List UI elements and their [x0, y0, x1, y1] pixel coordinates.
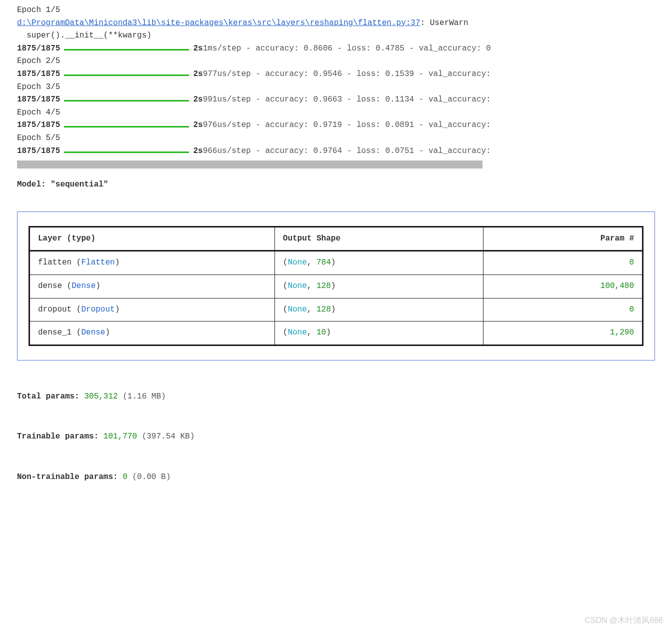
layer-cell: dense_1 (Dense): [30, 322, 275, 346]
epoch-4-label: Epoch 4/5: [17, 106, 655, 120]
layer-cell: dropout (Dropout): [30, 298, 275, 322]
model-title: Model: "sequential": [17, 178, 655, 192]
epoch-2-progress: 1875/1875 2s 977us/step - accuracy: 0.95…: [17, 68, 655, 81]
output-container: Epoch 1/5 d:\ProgramData\Miniconda3\lib\…: [0, 0, 672, 488]
epoch-2-label: Epoch 2/5: [17, 55, 655, 68]
model-summary-table-wrapper: Layer (type) Output Shape Param # flatte…: [17, 212, 655, 360]
progress-bar: [64, 152, 189, 153]
epoch-1-metrics: 1ms/step - accuracy: 0.8606 - loss: 0.47…: [203, 42, 491, 56]
progress-bar: [64, 74, 189, 76]
epoch-4-progress: 1875/1875 2s 976us/step - accuracy: 0.97…: [17, 119, 655, 132]
warning-path-link[interactable]: d:\ProgramData\Miniconda3\lib\site-packa…: [17, 18, 420, 28]
model-summary-table: Layer (type) Output Shape Param # flatte…: [28, 226, 644, 346]
elapsed-time: 2s: [193, 119, 202, 132]
layer-cell: flatten (Flatten): [30, 251, 275, 275]
steps-count: 1875/1875: [17, 94, 60, 106]
total-params-row: Total params: 305,312 (1.16 MB): [17, 390, 655, 404]
header-shape: Output Shape: [274, 226, 483, 251]
table-row: dropout (Dropout) (None, 128) 0: [30, 298, 643, 322]
warning-line: d:\ProgramData\Miniconda3\lib\site-packa…: [17, 17, 655, 30]
table-row: dense (Dense) (None, 128) 100,480: [30, 274, 643, 298]
shape-cell: (None, 128): [274, 274, 483, 298]
steps-count: 1875/1875: [17, 145, 60, 158]
params-cell: 100,480: [483, 274, 642, 298]
epoch-5-label: Epoch 5/5: [17, 132, 655, 145]
epoch-2-metrics: 977us/step - accuracy: 0.9546 - loss: 0.…: [203, 68, 491, 81]
progress-bar: [64, 49, 189, 50]
header-params: Param #: [483, 226, 642, 251]
epoch-3-progress: 1875/1875 2s 991us/step - accuracy: 0.96…: [17, 94, 655, 106]
header-layer: Layer (type): [30, 226, 275, 251]
epoch-5-metrics: 966us/step - accuracy: 0.9764 - loss: 0.…: [203, 145, 491, 158]
epoch-4-metrics: 976us/step - accuracy: 0.9719 - loss: 0.…: [203, 119, 491, 132]
steps-count: 1875/1875: [17, 119, 60, 132]
non-trainable-params-row: Non-trainable params: 0 (0.00 B): [17, 471, 655, 484]
progress-bar: [64, 100, 189, 102]
shape-cell: (None, 784): [274, 251, 483, 275]
table-row: flatten (Flatten) (None, 784) 0: [30, 251, 643, 275]
elapsed-time: 2s: [193, 94, 202, 106]
epoch-1-label: Epoch 1/5: [17, 4, 655, 17]
super-init-line: super().__init__(**kwargs): [17, 30, 655, 42]
epoch-3-label: Epoch 3/5: [17, 81, 655, 94]
epoch-5-progress: 1875/1875 2s 966us/step - accuracy: 0.97…: [17, 145, 655, 158]
params-summary: Total params: 305,312 (1.16 MB) Trainabl…: [17, 390, 655, 484]
elapsed-time: 2s: [193, 68, 202, 81]
progress-bar: [64, 126, 189, 128]
elapsed-time: 2s: [193, 145, 202, 158]
table-header-row: Layer (type) Output Shape Param #: [30, 226, 643, 251]
steps-count: 1875/1875: [17, 68, 60, 81]
params-cell: 1,290: [483, 322, 642, 346]
shape-cell: (None, 10): [274, 322, 483, 346]
table-row: dense_1 (Dense) (None, 10) 1,290: [30, 322, 643, 346]
epoch-1-progress: 1875/1875 2s 1ms/step - accuracy: 0.8606…: [17, 42, 655, 56]
params-cell: 0: [483, 251, 642, 275]
steps-count: 1875/1875: [17, 42, 60, 56]
epoch-3-metrics: 991us/step - accuracy: 0.9663 - loss: 0.…: [203, 94, 491, 106]
shape-cell: (None, 128): [274, 298, 483, 322]
trainable-params-row: Trainable params: 101,770 (397.54 KB): [17, 430, 655, 444]
warning-suffix: : UserWarn: [420, 18, 468, 28]
horizontal-scrollbar[interactable]: [17, 160, 482, 168]
elapsed-time: 2s: [193, 42, 202, 56]
layer-cell: dense (Dense): [30, 274, 275, 298]
params-cell: 0: [483, 298, 642, 322]
